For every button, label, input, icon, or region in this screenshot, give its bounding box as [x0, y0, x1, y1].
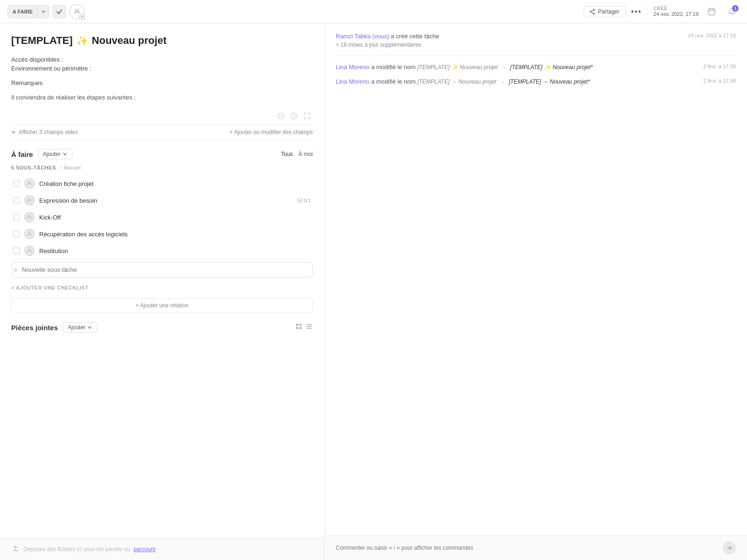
- svg-rect-25: [306, 326, 312, 327]
- filter-buttons: Tous À moi: [281, 151, 313, 157]
- filter-all-button[interactable]: Tous: [281, 151, 293, 157]
- svg-point-10: [278, 113, 284, 119]
- attachments-section: Pièces jointes Ajouter: [11, 322, 313, 333]
- svg-point-3: [590, 11, 591, 12]
- activity-change-2: [TEMPLATE] → Nouveau projet → [TEMPLATE]…: [417, 78, 590, 85]
- svg-rect-20: [296, 324, 298, 326]
- view-toggle: [295, 323, 313, 332]
- steps-label: Il conviendra de réaliser les étapes sui…: [11, 94, 313, 101]
- notification-button[interactable]: 1: [725, 4, 740, 19]
- subtask-item[interactable]: Création fiche projet ≡: [11, 175, 313, 192]
- activity-text-2: Lina Moreno a modifié le nom [TEMPLATE] …: [336, 78, 696, 85]
- subtasks-title: À faire: [11, 150, 33, 158]
- subtask-item[interactable]: Expression de besoin 0/1: [11, 192, 313, 209]
- activity-header-2: Lina Moreno a modifié le nom [TEMPLATE] …: [336, 78, 736, 85]
- clock-icon[interactable]: [290, 112, 298, 121]
- activity-user-2[interactable]: Lina Moreno: [336, 78, 369, 85]
- browse-link[interactable]: parcourir: [134, 546, 155, 553]
- activity-user-0[interactable]: Ramzi Tabka (vous): [336, 33, 389, 40]
- activity-action-0: a créé cette tâche: [391, 33, 439, 40]
- subtasks-header-left: À faire Ajouter: [11, 149, 72, 159]
- add-subtask-button[interactable]: Ajouter: [38, 149, 72, 159]
- subtask-item[interactable]: Récupération des accès logiciels: [11, 226, 313, 242]
- subtask-checkbox-0[interactable]: [13, 180, 20, 187]
- activity-item-0: Ramzi Tabka (vous) a créé cette tâche 24…: [336, 33, 736, 48]
- subtask-checkbox-1[interactable]: [13, 197, 20, 204]
- share-button[interactable]: Partager: [584, 6, 626, 17]
- activity-item-2: Lina Moreno a modifié le nom [TEMPLATE] …: [336, 78, 736, 85]
- add-relation-button[interactable]: + Ajouter une relation: [11, 298, 313, 313]
- activity-text-1: Lina Moreno a modifié le nom [TEMPLATE] …: [336, 64, 696, 71]
- new-subtask-row[interactable]: [11, 262, 313, 277]
- activity-action-1: a modifié le nom: [371, 64, 417, 71]
- svg-point-12: [282, 115, 283, 116]
- steps-section: Il conviendra de réaliser les étapes sui…: [11, 94, 313, 101]
- subtask-checkbox-3[interactable]: [13, 231, 20, 237]
- filter-mine-button[interactable]: À moi: [298, 151, 313, 157]
- send-button[interactable]: [723, 541, 736, 554]
- show-empty-fields[interactable]: Afficher 3 champs vides: [11, 129, 78, 135]
- add-fields-button[interactable]: + Ajouter ou modifier des champs: [230, 129, 313, 135]
- activity-user-1[interactable]: Lina Moreno: [336, 64, 369, 71]
- comment-input[interactable]: [336, 545, 723, 551]
- activity-expand-0[interactable]: > 18 mises à jour supplémentaires: [336, 42, 736, 48]
- add-attachment-label: Ajouter: [68, 324, 85, 331]
- assign-button[interactable]: +: [70, 4, 85, 19]
- subtask-list: Création fiche projet ≡ Expression de be…: [11, 175, 313, 259]
- subtask-item[interactable]: Restitution: [11, 242, 313, 259]
- subtask-checkbox-4[interactable]: [13, 248, 20, 254]
- bottom-bar-left: Déposez des fichiers ici pour les joindr…: [0, 538, 324, 560]
- attachments-title: Pièces jointes: [11, 324, 58, 332]
- subtasks-count-row: 5 SOUS-TÂCHES ↑ Manuel: [11, 165, 313, 170]
- emoji-icon[interactable]: [277, 112, 285, 121]
- activity-change-1: [TEMPLATE] ✨ Nouveau projet → [TEMPLATE]…: [417, 64, 593, 71]
- status-button[interactable]: A FAIRE: [7, 5, 49, 18]
- new-subtask-input[interactable]: [22, 266, 310, 273]
- subtask-avatar-2: [24, 212, 35, 222]
- title-suffix: Nouveau projet: [92, 35, 167, 47]
- right-panel: Ramzi Tabka (vous) a créé cette tâche 24…: [324, 23, 747, 560]
- upload-icon: [11, 544, 20, 554]
- activity-time-0: 24 nov. 2022 à 17:19: [688, 33, 736, 38]
- subtasks-section: À faire Ajouter Tous À moi 5 SOUS-T: [11, 149, 313, 277]
- expand-icon[interactable]: [303, 112, 311, 121]
- left-panel: [TEMPLATE] ✨ Nouveau projet Accès dispon…: [0, 23, 324, 560]
- add-attachment-button[interactable]: Ajouter: [63, 322, 97, 333]
- svg-rect-6: [708, 9, 715, 15]
- grid-view-button[interactable]: [295, 323, 303, 332]
- list-view-button[interactable]: [305, 323, 313, 332]
- activity-header-0: Ramzi Tabka (vous) a créé cette tâche 24…: [336, 33, 736, 40]
- field-access: Accès disponibles :: [11, 56, 313, 63]
- subtasks-count: 5 SOUS-TÂCHES: [11, 165, 56, 170]
- title-emoji: ✨: [77, 35, 88, 46]
- more-options-button[interactable]: •••: [631, 7, 642, 16]
- sort-label: ↑ Manuel: [60, 165, 81, 170]
- divider-line: [648, 5, 648, 18]
- fields-toggle-bar[interactable]: Afficher 3 champs vides + Ajouter ou mod…: [11, 125, 313, 140]
- svg-line-4: [591, 10, 593, 11]
- subtask-avatar-3: [24, 229, 35, 239]
- remarks-section: Remarques: [11, 79, 313, 86]
- subtasks-header: À faire Ajouter Tous À moi: [11, 149, 313, 159]
- svg-point-2: [593, 13, 594, 14]
- subtask-checkbox-2[interactable]: [13, 214, 20, 220]
- subtask-item[interactable]: Kick-Off: [11, 209, 313, 226]
- calendar-button[interactable]: [704, 4, 719, 19]
- title-prefix: [TEMPLATE]: [11, 35, 73, 47]
- subtask-avatar-0: [24, 178, 35, 189]
- check-button[interactable]: [53, 5, 66, 18]
- main-content: [TEMPLATE] ✨ Nouveau projet Accès dispon…: [0, 23, 747, 560]
- activity-time-1: 2 févr. à 17:38: [703, 64, 736, 69]
- field-access-label: Accès disponibles :: [11, 56, 95, 63]
- subtask-avatar-4: [24, 246, 35, 256]
- add-checklist-button[interactable]: + AJOUTER UNE CHECKLIST: [11, 285, 313, 291]
- subtask-name-3: Récupération des accès logiciels: [39, 231, 311, 238]
- top-bar-right: Partager ••• CRÉÉ 24 nov. 2022, 17:19 1: [584, 4, 740, 19]
- svg-rect-21: [299, 324, 302, 326]
- assign-plus-icon: +: [79, 14, 85, 20]
- status-arrow-icon[interactable]: [37, 6, 49, 18]
- subtask-name-4: Restitution: [39, 248, 311, 255]
- editor-toolbar: [11, 108, 313, 125]
- activity-time-2: 2 févr. à 17:38: [703, 78, 736, 84]
- task-title[interactable]: [TEMPLATE] ✨ Nouveau projet: [11, 35, 313, 47]
